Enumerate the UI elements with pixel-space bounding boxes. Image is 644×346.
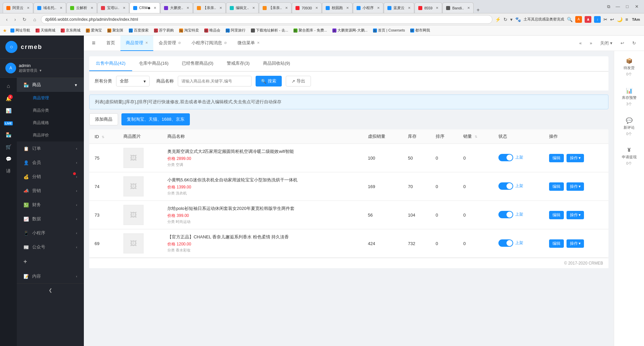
tab-close-qq[interactable]: ✕ [219, 6, 222, 10]
bookmark-gallery[interactable]: 图 聚合图库 - 免费... [291, 27, 329, 34]
top-tab-wechat-close[interactable]: ✕ [257, 41, 260, 45]
sub-tab-warning[interactable]: 警戒库存(3) [220, 56, 256, 71]
bookmark-vip[interactable]: 唯 唯品会 [202, 27, 222, 34]
search-button[interactable]: 🔍 搜索 [256, 76, 282, 86]
sidebar-item-product-management[interactable]: 商品管理 [17, 92, 84, 104]
icon-store[interactable]: 🏪 [3, 129, 14, 140]
tab-8559[interactable]: 8559 ✕ [415, 2, 442, 13]
tab-close-alicloud[interactable]: ✕ [27, 6, 30, 10]
nav-refresh-btn[interactable]: ↻ [630, 39, 639, 47]
virtual-sales[interactable]: 100 [363, 144, 403, 172]
tab-close-mini[interactable]: ✕ [377, 6, 380, 10]
virtual-sales[interactable]: 56 [363, 201, 403, 229]
nav-prev-btn[interactable]: « [577, 39, 584, 47]
minimize-icon[interactable]: — [614, 3, 621, 10]
status-toggle[interactable] [498, 154, 513, 161]
sidebar-item-orders[interactable]: 📋 订单 ‹ [17, 141, 84, 156]
bookmark-coser[interactable]: 首 首页 | Cosersets [371, 27, 407, 34]
tab-close-lanmai[interactable]: ✕ [408, 6, 411, 10]
top-tab-members-close[interactable]: ⊘ [178, 41, 181, 45]
bookmark-suning[interactable]: 苏 苏宁易购 [152, 27, 176, 34]
operation-button[interactable]: 操作 ▾ [567, 154, 584, 162]
tab-close-70930[interactable]: ✕ [315, 6, 318, 10]
virtual-sales[interactable]: 169 [363, 172, 403, 201]
sidebar-item-miniapp[interactable]: 📱 小程序 ‹ [17, 226, 84, 240]
extension-6[interactable]: 🌙 [617, 17, 623, 22]
new-tab-button[interactable]: + [474, 7, 482, 13]
bookmark-tianmao[interactable]: T 天猫商城 [34, 27, 57, 34]
sidebar-item-product-review[interactable]: 商品评价 [17, 129, 84, 141]
tab-qq[interactable]: 【亲亲.. ✕ [193, 2, 226, 13]
copy-product-button[interactable]: 复制淘宝、天猫、1688、京东 [121, 113, 190, 125]
tab-close-bt[interactable]: ✕ [123, 6, 125, 10]
sidebar-collapse-btn[interactable]: ❮ [17, 283, 84, 297]
right-panel-pending-delivery[interactable]: 📦 待发货 0个 [617, 55, 641, 79]
extension-2[interactable]: ♟ [585, 16, 591, 23]
tab-domain[interactable]: 域名托.. ✕ [34, 2, 66, 13]
tab-school[interactable]: 校园跑 ✕ [322, 2, 353, 13]
top-tab-products-close[interactable]: ✕ [145, 41, 148, 45]
top-tab-wechat-menu[interactable]: 微信菜单 ✕ [232, 36, 265, 51]
icon-chat[interactable]: 💬 [3, 154, 14, 164]
top-tab-members[interactable]: 会员管理 ⊘ [153, 36, 186, 51]
tab-close-school[interactable]: ✕ [346, 6, 349, 10]
tab-close-bandi[interactable]: ✕ [467, 6, 470, 10]
operation-button[interactable]: 操作 ▾ [567, 211, 584, 219]
status-toggle[interactable] [498, 239, 513, 247]
operation-button[interactable]: 操作 ▾ [567, 182, 584, 191]
tab-edit[interactable]: 编辑文.. ✕ [226, 2, 259, 13]
add-product-button[interactable]: 添加商品 [89, 113, 118, 125]
status-toggle[interactable] [498, 182, 513, 190]
tab-lanmai[interactable]: 蓝麦云 ✕ [384, 2, 414, 13]
stock[interactable]: 104 [402, 201, 430, 229]
icon-translate[interactable]: 译 [3, 166, 13, 177]
tab-close-8559[interactable]: ✕ [436, 6, 438, 10]
sub-tab-warehouse[interactable]: 仓库中商品(16) [132, 56, 175, 71]
sidebar-item-product-category[interactable]: 商品分类 [17, 104, 84, 117]
edit-button[interactable]: 编辑 [549, 239, 564, 248]
sidebar-item-add[interactable]: + [17, 254, 84, 269]
stock[interactable]: 732 [402, 229, 430, 258]
tab-crm[interactable]: CRM◆ ✕ [129, 2, 160, 13]
sidebar-item-finance[interactable]: 💹 财务 ‹ [17, 198, 84, 212]
bookmark-download[interactable]: ↓ 下载地址解析 - 去... [249, 27, 290, 34]
sidebar-item-marketing[interactable]: 📣 营销 ‹ [17, 184, 84, 198]
export-button[interactable]: ↗ 导出 [286, 76, 311, 86]
sidebar-item-members[interactable]: 👤 会员 ‹ [17, 156, 84, 170]
bookmark-dushi[interactable]: M 都市网我 [408, 27, 432, 34]
extension-4[interactable]: ✂ [603, 17, 607, 22]
sub-tab-sold-out[interactable]: 已经售罄商品(0) [175, 56, 220, 71]
tab-mini[interactable]: 小程序 ✕ [353, 2, 383, 13]
tab-close-edit[interactable]: ✕ [252, 6, 255, 10]
virtual-sales[interactable]: 424 [363, 229, 403, 258]
nav-next-btn[interactable]: » [587, 39, 595, 47]
sidebar-item-data[interactable]: 📈 数据 ‹ [17, 212, 84, 226]
category-dropdown[interactable]: 全部 ▾ [116, 76, 150, 86]
sort[interactable]: 0 [430, 201, 458, 229]
bookmark-tbtm[interactable]: 淘 淘宝特卖 [177, 27, 201, 34]
address-input[interactable] [41, 15, 492, 24]
edit-button[interactable]: 编辑 [549, 182, 564, 191]
col-id[interactable]: ID ⇅ [89, 129, 118, 144]
sort[interactable]: 0 [430, 172, 458, 201]
tab-qq2[interactable]: 【亲亲.. ✕ [259, 2, 291, 13]
bookmark-jd[interactable]: J 京东商城 [59, 27, 83, 34]
bookmark-taobao[interactable]: 爱 爱淘宝 [84, 27, 104, 34]
tab-dp[interactable]: 大鹏资.. ✕ [160, 2, 193, 13]
tab-bandi[interactable]: Bandi.. ✕ [442, 2, 473, 13]
icon-chart[interactable]: 📊 [3, 105, 14, 116]
close-window-icon[interactable]: ✕ [633, 3, 640, 10]
user-dropdown-icon[interactable]: ▾ [40, 68, 42, 72]
tab-close-domain[interactable]: ✕ [60, 6, 62, 10]
top-tab-subscribe-close[interactable]: ⊘ [224, 41, 227, 45]
restore-icon[interactable]: ⧉ [605, 3, 612, 10]
bookmark-star-icon[interactable]: ★ [3, 28, 7, 33]
sub-tab-recycle[interactable]: 商品回收站(9) [256, 56, 297, 71]
right-panel-stock-warning[interactable]: 📊 库存预警 3个 [617, 85, 641, 109]
refresh-icon[interactable]: ↻ [503, 17, 507, 22]
edit-button[interactable]: 编辑 [549, 211, 564, 219]
sidebar-item-content[interactable]: 📝 内容 ‹ [17, 269, 84, 283]
right-panel-new-comments[interactable]: 💬 新评论 0个 [617, 115, 641, 139]
more-icon[interactable]: ▾ [510, 17, 513, 22]
hamburger-button[interactable]: ≡ [89, 38, 98, 48]
